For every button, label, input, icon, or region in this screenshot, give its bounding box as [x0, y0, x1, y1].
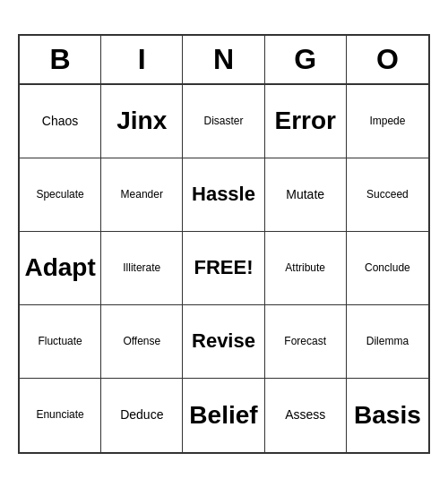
cell-label: Impede — [369, 115, 405, 127]
bingo-cell[interactable]: Belief — [183, 379, 264, 452]
bingo-cell[interactable]: Attribute — [265, 232, 347, 305]
bingo-cell[interactable]: Offense — [101, 305, 183, 379]
cell-label: Fluctuate — [38, 335, 82, 347]
bingo-cell[interactable]: Mutate — [265, 158, 347, 232]
cell-label: Belief — [189, 400, 257, 431]
header-letter: G — [265, 36, 347, 83]
bingo-cell[interactable]: Error — [265, 85, 347, 158]
bingo-cell[interactable]: Assess — [265, 379, 347, 452]
bingo-header: BINGO — [20, 36, 428, 85]
bingo-cell[interactable]: Speculate — [20, 158, 101, 232]
header-letter: I — [101, 36, 183, 83]
bingo-cell[interactable]: Succeed — [347, 158, 428, 232]
bingo-cell[interactable]: FREE! — [183, 232, 264, 305]
cell-label: Jinx — [116, 106, 167, 136]
cell-label: Attribute — [285, 261, 325, 274]
bingo-cell[interactable]: Illiterate — [101, 232, 183, 305]
cell-label: Offense — [123, 335, 160, 347]
bingo-cell[interactable]: Adapt — [20, 232, 101, 305]
bingo-cell[interactable]: Basis — [347, 379, 428, 452]
cell-label: Chaos — [42, 114, 78, 129]
bingo-cell[interactable]: Dilemma — [347, 305, 428, 379]
bingo-cell[interactable]: Conclude — [347, 232, 428, 305]
header-letter: B — [20, 36, 101, 83]
cell-label: Enunciate — [36, 408, 83, 421]
cell-label: Succeed — [366, 188, 409, 201]
bingo-cell[interactable]: Forecast — [265, 305, 347, 379]
cell-label: Meander — [121, 188, 163, 201]
cell-label: Deduce — [120, 407, 163, 423]
cell-label: Mutate — [286, 187, 324, 202]
cell-label: Revise — [192, 329, 255, 353]
cell-label: Basis — [354, 400, 421, 431]
cell-label: Illiterate — [123, 261, 160, 274]
bingo-cell[interactable]: Deduce — [101, 379, 183, 452]
header-letter: O — [347, 36, 428, 83]
bingo-cell[interactable]: Impede — [347, 85, 428, 158]
bingo-cell[interactable]: Fluctuate — [20, 305, 101, 379]
cell-label: Conclude — [365, 261, 410, 274]
cell-label: Hassle — [192, 183, 255, 206]
bingo-cell[interactable]: Disaster — [183, 85, 264, 158]
cell-label: Error — [274, 106, 335, 136]
cell-label: Disaster — [203, 115, 243, 127]
bingo-cell[interactable]: Jinx — [101, 85, 183, 158]
cell-label: Adapt — [24, 252, 95, 283]
cell-label: Dilemma — [366, 335, 409, 347]
cell-label: Assess — [285, 407, 325, 423]
bingo-cell[interactable]: Enunciate — [20, 379, 101, 452]
cell-label: Speculate — [36, 188, 83, 201]
bingo-cell[interactable]: Chaos — [20, 85, 101, 158]
bingo-grid: ChaosJinxDisasterErrorImpedeSpeculateMea… — [20, 85, 428, 452]
header-letter: N — [183, 36, 264, 83]
bingo-cell[interactable]: Meander — [101, 158, 183, 232]
bingo-card: BINGO ChaosJinxDisasterErrorImpedeSpecul… — [18, 34, 430, 454]
bingo-cell[interactable]: Hassle — [183, 158, 264, 232]
cell-label: FREE! — [194, 256, 253, 279]
cell-label: Forecast — [284, 335, 326, 347]
bingo-cell[interactable]: Revise — [183, 305, 264, 379]
